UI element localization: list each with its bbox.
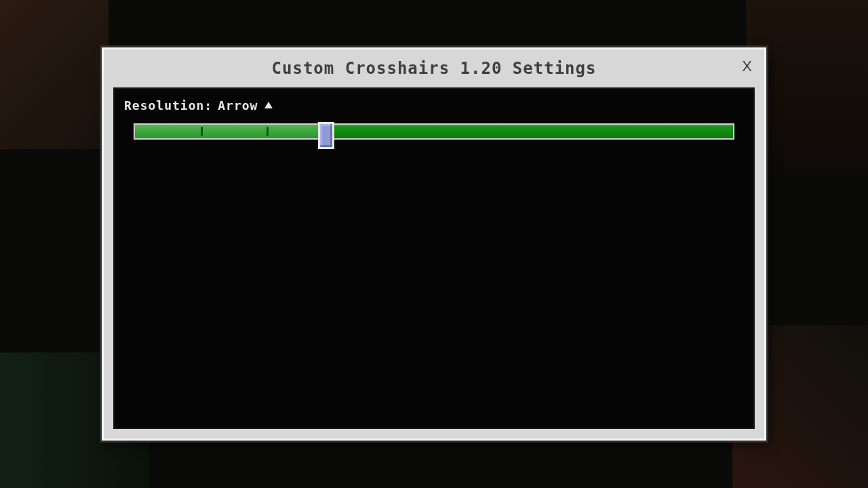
modal-titlebar: Custom Crosshairs 1.20 Settings X bbox=[104, 49, 764, 87]
slider-tick bbox=[201, 127, 203, 136]
resolution-label: Resolution: Arrow bbox=[124, 98, 744, 113]
resolution-slider[interactable] bbox=[124, 121, 744, 144]
resolution-value: Arrow bbox=[218, 98, 258, 113]
settings-modal: Custom Crosshairs 1.20 Settings X Resolu… bbox=[102, 47, 766, 441]
slider-tick bbox=[267, 127, 269, 136]
slider-track[interactable] bbox=[134, 123, 734, 140]
resolution-label-prefix: Resolution: bbox=[124, 98, 212, 113]
slider-thumb[interactable] bbox=[318, 122, 334, 149]
close-button[interactable]: X bbox=[742, 58, 752, 75]
modal-title: Custom Crosshairs 1.20 Settings bbox=[272, 59, 597, 78]
slider-fill bbox=[135, 125, 326, 138]
up-arrow-icon bbox=[264, 102, 273, 108]
modal-content: Resolution: Arrow bbox=[113, 87, 755, 429]
resolution-setting: Resolution: Arrow bbox=[124, 98, 744, 144]
background-block bbox=[0, 0, 108, 149]
